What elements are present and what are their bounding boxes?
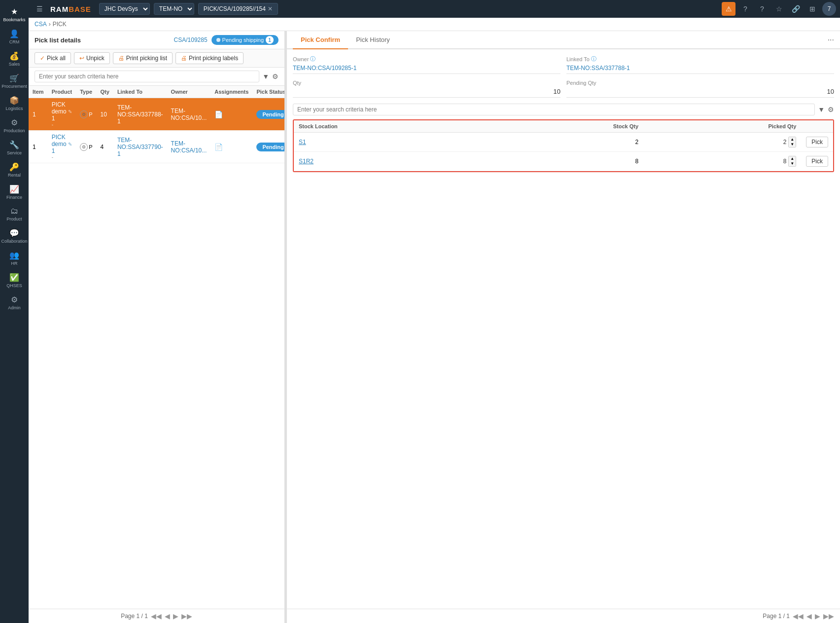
table-row[interactable]: 1 PICK demo 1 ✎ - ⚙P (29, 131, 284, 163)
right-prev-page-btn[interactable]: ◀ (806, 612, 812, 620)
active-tab[interactable]: PICK/CSA/109285//154 ✕ (198, 3, 278, 15)
stock-qty-cell: 8 (497, 152, 643, 171)
sidebar-item-finance[interactable]: 📈 Finance (1, 182, 27, 203)
breadcrumb-parent[interactable]: CSA (35, 21, 47, 28)
unpick-all-button[interactable]: ↩ Unpick (74, 52, 110, 64)
sidebar: ★ Bookmarks 👤 CRM 💰 Sales 🛒 Procurement … (0, 0, 29, 623)
cell-linked-to: TEM-NO:SSA/337788-1 (113, 98, 167, 131)
right-content: Owner ⓘ TEM-NO:CSA/109285-1 Linked To ⓘ … (287, 49, 840, 609)
link-button[interactable]: 🔗 (789, 2, 803, 16)
right-panel: Pick Confirm Pick History ··· Owner ⓘ TE (287, 31, 840, 623)
qty-label: Qty (293, 80, 560, 86)
filter-icon[interactable]: ▼ (262, 73, 269, 80)
last-page-btn[interactable]: ▶▶ (181, 612, 192, 620)
hamburger-button[interactable]: ☰ (33, 2, 46, 16)
linked-to-value[interactable]: TEM-NO:SSA/337788-1 (566, 65, 834, 74)
qty-up-btn[interactable]: ▲ (789, 137, 796, 142)
sidebar-item-logistics[interactable]: 📦 Logistics (1, 93, 27, 114)
col-linked-to: Linked To (113, 86, 167, 98)
more-options-button[interactable]: ··· (828, 31, 834, 48)
owner-value[interactable]: TEM-NO:CSA/109285-1 (293, 65, 560, 74)
sidebar-item-service[interactable]: 🔧 Service (1, 137, 27, 158)
qty-down-btn[interactable]: ▼ (789, 142, 796, 147)
owner-link[interactable]: TEM-NO:CSA/10... (171, 108, 207, 121)
right-first-page-btn[interactable]: ◀◀ (793, 612, 804, 620)
right-page-info: Page 1 / 1 (763, 613, 790, 620)
user-avatar[interactable]: 7 (822, 2, 836, 16)
stock-table-wrapper: Stock Location Stock Qty Picked Qty S1 (293, 119, 834, 172)
product-link[interactable]: PICK demo 1 ✎ (52, 101, 72, 122)
pick-button[interactable]: Pick (806, 137, 828, 147)
stock-settings-icon[interactable]: ⚙ (828, 106, 834, 113)
sidebar-item-hr[interactable]: 👥 HR (1, 248, 27, 269)
main-area: ☰ RAMBASE JHC DevSys TEM-NO PICK/CSA/109… (29, 0, 840, 623)
owner-link[interactable]: TEM-NO:CSA/10... (171, 140, 207, 154)
qty-down-btn[interactable]: ▼ (789, 161, 796, 166)
grid-button[interactable]: ⊞ (805, 2, 819, 16)
pick-all-button[interactable]: ✓ Pick all (35, 52, 71, 64)
sidebar-item-collaboration[interactable]: 💬 Collaboration (1, 225, 27, 247)
col-assignments: Assignments (210, 86, 252, 98)
col-action (801, 120, 833, 133)
cell-owner: TEM-NO:CSA/10... (167, 131, 211, 163)
env-select[interactable]: TEM-NO (154, 3, 194, 15)
first-page-btn[interactable]: ◀◀ (151, 612, 162, 620)
sidebar-item-sales[interactable]: 💰 Sales (1, 48, 27, 70)
cell-qty: 4 (97, 131, 113, 163)
qty-up-btn[interactable]: ▲ (789, 156, 796, 161)
sidebar-item-rental[interactable]: 🔑 Rental (1, 159, 27, 181)
cell-status: Pending (252, 131, 284, 163)
stock-location-table: Stock Location Stock Qty Picked Qty S1 (294, 120, 833, 171)
linked-to-link[interactable]: TEM-NO:SSA/337788-1 (117, 104, 163, 125)
bookmarks-icon: ★ (11, 7, 18, 16)
status-label: Pending shipping (222, 37, 264, 43)
logistics-icon: 📦 (9, 96, 19, 105)
owner-group: Owner ⓘ TEM-NO:CSA/109285-1 (293, 55, 560, 74)
cell-product: PICK demo 1 ✎ - (48, 131, 76, 163)
sidebar-item-qhses[interactable]: ✅ QHSES (1, 270, 27, 291)
sidebar-item-bookmarks[interactable]: ★ Bookmarks (1, 4, 27, 25)
pick-list-table: Item Product Type Qty Linked To Owner As… (29, 86, 284, 163)
pending-badge: Pending (256, 143, 284, 151)
picked-qty-container: 2 ▲ ▼ (648, 137, 796, 147)
stock-filter-icon[interactable]: ▼ (818, 106, 825, 113)
owner-label: Owner ⓘ (293, 55, 560, 63)
question-button[interactable]: ? (755, 2, 769, 16)
settings-icon[interactable]: ⚙ (272, 73, 279, 80)
tab-close-button[interactable]: ✕ (268, 5, 273, 12)
stock-search-input[interactable] (293, 104, 815, 115)
product-link[interactable]: PICK demo 1 ✎ (52, 134, 72, 154)
tab-pick-confirm[interactable]: Pick Confirm (293, 31, 348, 49)
search-input[interactable] (35, 71, 259, 82)
tab-pick-history[interactable]: Pick History (348, 31, 398, 49)
sidebar-item-crm[interactable]: 👤 CRM (1, 26, 27, 47)
sidebar-item-admin[interactable]: ⚙ Admin (1, 292, 27, 313)
star-button[interactable]: ☆ (772, 2, 786, 16)
alert-button[interactable]: ⚠ (722, 2, 735, 16)
stock-location-link[interactable]: S1 (299, 139, 306, 146)
table-row[interactable]: 1 PICK demo 1 ✎ - ⚙P (29, 98, 284, 131)
help-button[interactable]: ? (738, 2, 752, 16)
sidebar-item-production[interactable]: ⚙ Production (1, 115, 27, 136)
right-next-page-btn[interactable]: ▶ (815, 612, 820, 620)
col-picked-qty: Picked Qty (643, 120, 801, 133)
assignments-icon[interactable]: 📄 (214, 110, 223, 118)
info-grid: Owner ⓘ TEM-NO:CSA/109285-1 Linked To ⓘ … (293, 55, 834, 74)
linked-to-link[interactable]: TEM-NO:SSA/337790-1 (117, 137, 163, 157)
qty-stepper: ▲ ▼ (788, 137, 796, 147)
print-labels-button[interactable]: 🖨 Print picking labels (175, 52, 244, 64)
right-last-page-btn[interactable]: ▶▶ (823, 612, 834, 620)
picked-qty-container: 8 ▲ ▼ (648, 156, 796, 167)
assignments-icon[interactable]: 📄 (214, 143, 223, 151)
edit-icon: ✎ (68, 109, 72, 114)
cell-item: 1 (29, 131, 48, 163)
pick-button[interactable]: Pick (806, 156, 828, 167)
prev-page-btn[interactable]: ◀ (165, 612, 170, 620)
company-select[interactable]: JHC DevSys (99, 3, 150, 15)
next-page-btn[interactable]: ▶ (173, 612, 178, 620)
stock-location-link[interactable]: S1R2 (299, 158, 314, 165)
print-list-button[interactable]: 🖨 Print picking list (113, 52, 173, 64)
sidebar-item-procurement[interactable]: 🛒 Procurement (1, 71, 27, 92)
topbar: ☰ RAMBASE JHC DevSys TEM-NO PICK/CSA/109… (29, 0, 840, 18)
sidebar-item-product[interactable]: 🗂 Product (1, 204, 27, 224)
